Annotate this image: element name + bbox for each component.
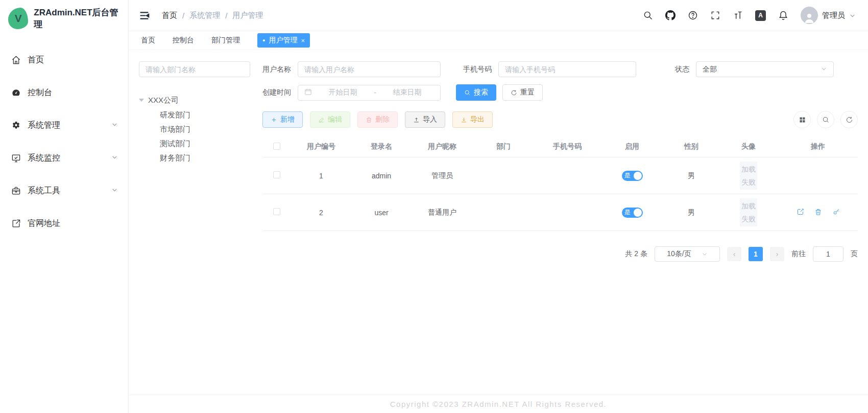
cell-user-id: 1 bbox=[291, 157, 351, 194]
row-checkbox[interactable] bbox=[273, 208, 280, 215]
filter-status: 状态 全部 bbox=[675, 61, 834, 77]
sidebar-collapse-icon[interactable] bbox=[139, 10, 150, 21]
edit-button[interactable]: 编辑 bbox=[310, 111, 350, 128]
refresh-icon[interactable] bbox=[840, 111, 858, 128]
close-icon[interactable]: × bbox=[301, 37, 305, 44]
search-button[interactable]: 搜索 bbox=[456, 84, 496, 101]
cell-login: admin bbox=[351, 157, 412, 194]
reset-button-label: 重置 bbox=[520, 88, 535, 97]
reset-button[interactable]: 重置 bbox=[502, 84, 543, 101]
table-header-row: 用户编号 登录名 用户昵称 部门 手机号码 启用 性别 头像 操作 bbox=[262, 136, 858, 157]
pagination: 共 2 条 10条/页 ‹ 1 › 前往 页 bbox=[262, 246, 858, 262]
row-reset-password-icon[interactable] bbox=[832, 208, 840, 216]
logo-row[interactable]: V ZRAdmin.NET后台管理 bbox=[0, 0, 128, 34]
chevron-down-icon bbox=[821, 65, 827, 74]
date-separator: - bbox=[374, 88, 376, 97]
dept-tree-root[interactable]: XXX公司 bbox=[139, 93, 250, 108]
col-phone: 手机号码 bbox=[534, 136, 600, 157]
import-button[interactable]: 导入 bbox=[405, 111, 445, 128]
user-name-input[interactable] bbox=[304, 65, 434, 74]
avatar bbox=[801, 7, 818, 24]
sidebar-item-system-manage[interactable]: 系统管理 bbox=[0, 109, 128, 142]
table-row: 1 admin 管理员 是 男 加载失败 bbox=[262, 157, 858, 194]
header-actions: A 管理员 bbox=[643, 7, 856, 24]
row-edit-icon[interactable] bbox=[797, 208, 804, 216]
prev-page-button[interactable]: ‹ bbox=[727, 247, 741, 261]
notification-bell-icon[interactable] bbox=[778, 10, 788, 20]
avatar-load-failed: 加载失败 bbox=[740, 162, 757, 190]
dept-tree-item-test[interactable]: 测试部门 bbox=[139, 136, 250, 151]
status-select[interactable]: 全部 bbox=[696, 61, 834, 77]
chevron-down-icon bbox=[111, 186, 118, 195]
search-icon[interactable] bbox=[643, 10, 653, 20]
delete-button[interactable]: 删除 bbox=[357, 111, 398, 128]
cell-phone bbox=[534, 194, 600, 231]
gear-icon bbox=[11, 121, 21, 130]
font-size-icon[interactable] bbox=[733, 10, 743, 20]
dept-tree-item-rd[interactable]: 研发部门 bbox=[139, 108, 250, 122]
translate-icon[interactable]: A bbox=[755, 10, 766, 21]
enabled-toggle[interactable]: 是 bbox=[622, 208, 643, 218]
top-header: 首页 / 系统管理 / 用户管理 A bbox=[129, 0, 868, 31]
app-logo: V bbox=[8, 8, 28, 29]
caret-down-icon[interactable] bbox=[139, 99, 144, 102]
col-login: 登录名 bbox=[351, 136, 412, 157]
filter-label: 创建时间 bbox=[262, 88, 291, 97]
row-delete-icon[interactable] bbox=[814, 208, 822, 216]
page-content: XXX公司 研发部门 市场部门 测试部门 财务部门 用户名称 bbox=[129, 50, 868, 395]
next-page-button[interactable]: › bbox=[770, 247, 784, 261]
avatar-load-failed: 加载失败 bbox=[740, 198, 757, 226]
goto-page-input[interactable] bbox=[813, 246, 843, 262]
tab-user-manage[interactable]: ● 用户管理 × bbox=[257, 33, 310, 48]
sidebar-item-home[interactable]: 首页 bbox=[0, 43, 128, 76]
breadcrumb-home[interactable]: 首页 bbox=[162, 11, 177, 20]
select-all-checkbox[interactable] bbox=[273, 143, 280, 150]
dept-tree-item-market[interactable]: 市场部门 bbox=[139, 122, 250, 136]
filter-phone: 手机号码 bbox=[463, 61, 636, 77]
breadcrumb-system: 系统管理 bbox=[189, 11, 220, 20]
github-icon[interactable] bbox=[665, 10, 676, 20]
user-name-field bbox=[298, 61, 441, 77]
page-size-select[interactable]: 10条/页 bbox=[655, 246, 720, 262]
cell-dept bbox=[473, 194, 534, 231]
tab-home[interactable]: 首页 bbox=[141, 36, 155, 45]
table-toolbar: 新增 编辑 删除 导入 bbox=[262, 111, 858, 128]
sidebar-item-website[interactable]: 官网地址 bbox=[0, 207, 128, 240]
row-actions bbox=[797, 208, 840, 216]
sidebar-item-dashboard[interactable]: 控制台 bbox=[0, 76, 128, 109]
active-dot: ● bbox=[262, 38, 265, 43]
sidebar-item-label: 系统管理 bbox=[28, 120, 60, 131]
row-checkbox[interactable] bbox=[273, 171, 280, 178]
sidebar-item-system-monitor[interactable]: 系统监控 bbox=[0, 142, 128, 174]
tab-console[interactable]: 控制台 bbox=[173, 36, 194, 45]
filter-label: 状态 bbox=[675, 65, 689, 74]
col-enabled: 启用 bbox=[600, 136, 664, 157]
dept-tree-item-finance[interactable]: 财务部门 bbox=[139, 151, 250, 165]
breadcrumb-current: 用户管理 bbox=[232, 11, 263, 20]
tab-dept-manage[interactable]: 部门管理 bbox=[211, 36, 240, 45]
export-button[interactable]: 导出 bbox=[452, 111, 493, 128]
cell-login: user bbox=[351, 194, 412, 231]
sidebar: V ZRAdmin.NET后台管理 首页 控制台 系统管理 系统监控 bbox=[0, 0, 129, 413]
footer: Copyright ©2023 ZRAdmin.NET All Rights R… bbox=[129, 395, 868, 413]
fullscreen-icon[interactable] bbox=[710, 10, 720, 20]
sidebar-menu: 首页 控制台 系统管理 系统监控 系统工具 bbox=[0, 34, 128, 240]
chevron-down-icon bbox=[849, 12, 856, 19]
columns-grid-icon[interactable] bbox=[793, 111, 811, 128]
user-menu[interactable]: 管理员 bbox=[801, 7, 856, 24]
toggle-knob bbox=[634, 209, 642, 217]
date-range-picker[interactable]: 开始日期 - 结束日期 bbox=[298, 85, 441, 101]
enabled-toggle[interactable]: 是 bbox=[622, 171, 643, 181]
sidebar-item-label: 官网地址 bbox=[28, 218, 60, 229]
tag-views-bar: 首页 控制台 部门管理 ● 用户管理 × bbox=[129, 31, 868, 50]
page-number-1[interactable]: 1 bbox=[749, 247, 763, 261]
cell-phone bbox=[534, 157, 600, 194]
phone-input[interactable] bbox=[505, 65, 630, 74]
sidebar-item-system-tools[interactable]: 系统工具 bbox=[0, 174, 128, 207]
toggle-search-icon[interactable] bbox=[817, 111, 834, 128]
sidebar-item-label: 控制台 bbox=[28, 87, 52, 98]
help-icon[interactable] bbox=[688, 10, 698, 20]
add-button[interactable]: 新增 bbox=[262, 111, 303, 128]
dept-search-input[interactable] bbox=[146, 65, 244, 74]
cell-gender: 男 bbox=[664, 157, 719, 194]
